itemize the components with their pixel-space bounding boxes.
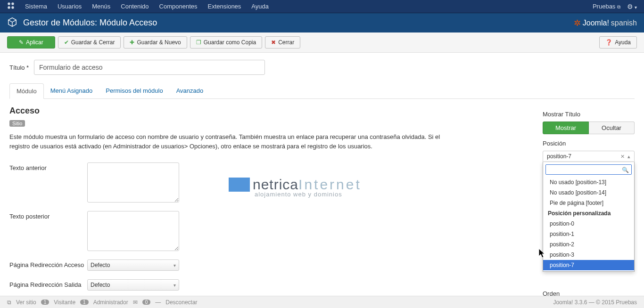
hide-button[interactable]: Ocultar [589, 122, 635, 134]
show-title-label: Mostrar Título [543, 111, 635, 118]
module-heading: Acceso [9, 106, 528, 116]
plus-icon: ✚ [130, 39, 134, 46]
clear-icon[interactable]: ✕ [620, 154, 625, 160]
help-button[interactable]: ❓Ayuda [599, 36, 637, 49]
copyright-text: — © 2015 Pruebas [589, 299, 637, 306]
position-option[interactable]: No usado [position-13] [543, 177, 634, 187]
position-dropdown: 🔍 No usado [position-13] No usado [posit… [543, 162, 635, 272]
envelope-icon: ✉ [133, 299, 138, 306]
visitors-label: Visitante [54, 299, 75, 306]
pretext-textarea[interactable] [87, 162, 179, 203]
show-title-toggle: Mostrar Ocultar [543, 122, 635, 134]
svg-point-2 [8, 6, 10, 8]
menu-sistema[interactable]: Sistema [25, 3, 47, 10]
site-badge: Sitio [9, 120, 25, 127]
external-icon: ⧉ [7, 299, 11, 306]
login-redirect-select[interactable]: Defecto [87, 259, 179, 271]
logout-redirect-label: Página Redirección Salida [9, 279, 87, 288]
search-icon: 🔍 [622, 167, 629, 173]
dash-icon: — [155, 299, 161, 306]
title-input[interactable] [34, 60, 265, 75]
save-new-button[interactable]: ✚Guardar & Nuevo [124, 36, 187, 49]
close-icon: ✖ [271, 39, 276, 46]
settings-menu[interactable] [627, 3, 637, 10]
position-option[interactable]: position-3 [543, 250, 634, 260]
title-label: Título * [9, 64, 29, 71]
main-right: Mostrar Título Mostrar Ocultar Posición … [543, 106, 635, 308]
tab-module[interactable]: Módulo [9, 83, 44, 99]
menu-componentes[interactable]: Componentes [159, 3, 198, 10]
title-row: Título * [9, 60, 635, 75]
position-option[interactable]: Pie de página [footer] [543, 198, 634, 208]
posttext-label: Texto posterior [9, 211, 87, 220]
topbar-right: Pruebas ⧉ [593, 3, 637, 10]
topbar-menus: Sistema Usuarios Menús Contenido Compone… [7, 2, 269, 11]
admins-label: Administrador [93, 299, 128, 306]
tab-permissions[interactable]: Permisos del módulo [99, 83, 169, 98]
msg-badge: 0 [142, 300, 151, 305]
position-option[interactable]: position-2 [543, 239, 634, 250]
page-title: Gestor de Módulos: Módulo Acceso [23, 18, 157, 28]
module-description: Este módulo muestra un formulario de acc… [9, 132, 462, 151]
position-current[interactable]: position-7 ✕▴ [543, 151, 635, 162]
help-icon: ❓ [605, 39, 612, 46]
check-icon: ✔ [64, 39, 69, 46]
svg-point-0 [8, 2, 10, 5]
position-option[interactable]: position-8 [543, 270, 634, 271]
svg-point-3 [11, 6, 14, 8]
logout-redirect-select[interactable]: Defecto [87, 279, 179, 291]
titlebar: Gestor de Módulos: Módulo Acceso ✲ Jooml… [0, 13, 644, 32]
apply-icon: ✎ [19, 39, 24, 46]
cube-icon [7, 17, 17, 29]
menu-menus[interactable]: Menús [92, 3, 110, 10]
svg-point-1 [11, 2, 14, 5]
topbar: Sistema Usuarios Menús Contenido Compone… [0, 0, 644, 13]
joomla-icon [7, 2, 15, 11]
menu-usuarios[interactable]: Usuarios [58, 3, 82, 10]
content: Título * Módulo Menú Asignado Permisos d… [0, 53, 644, 308]
apply-button[interactable]: ✎Aplicar [7, 36, 55, 49]
position-option[interactable]: position-1 [543, 229, 634, 239]
save-close-button[interactable]: ✔Guardar & Cerrar [58, 36, 121, 49]
position-option[interactable]: position-0 [543, 219, 634, 229]
admins-badge: 1 [80, 300, 89, 305]
visitors-badge: 1 [41, 300, 50, 305]
pretext-label: Texto anterior [9, 162, 87, 171]
logout-link[interactable]: Desconectar [165, 299, 197, 306]
position-group: Posición personalizada [543, 208, 634, 219]
login-redirect-label: Página Redirección Acceso [9, 259, 87, 268]
joomla-logo-icon: ✲ [574, 18, 581, 28]
position-select: position-7 ✕▴ 🔍 No usado [position-13] N… [543, 151, 635, 162]
footer: ⧉ Ver sitio 1 Visitante 1 Administrador … [0, 296, 644, 308]
menu-extensiones[interactable]: Extensiones [208, 3, 241, 10]
copy-icon: ❐ [196, 39, 201, 46]
position-label: Posición [543, 140, 635, 147]
close-button[interactable]: ✖Cerrar [265, 36, 300, 49]
chevron-up-icon[interactable]: ▴ [627, 154, 630, 160]
tabs: Módulo Menú Asignado Permisos del módulo… [9, 83, 635, 99]
position-search-input[interactable] [545, 164, 632, 175]
version-text: Joomla! 3.3.6 [553, 299, 587, 306]
show-button[interactable]: Mostrar [543, 122, 589, 134]
save-copy-button[interactable]: ❐Guardar como Copia [190, 36, 262, 49]
position-list[interactable]: No usado [position-13] No usado [positio… [543, 177, 634, 271]
external-icon: ⧉ [617, 4, 620, 9]
tab-menu-assignment[interactable]: Menú Asignado [44, 83, 99, 98]
posttext-textarea[interactable] [87, 211, 179, 251]
toolbar: ✎Aplicar ✔Guardar & Cerrar ✚Guardar & Nu… [0, 32, 644, 53]
menu-contenido[interactable]: Contenido [121, 3, 149, 10]
site-link[interactable]: Pruebas ⧉ [593, 3, 620, 10]
menu-ayuda[interactable]: Ayuda [251, 3, 269, 10]
position-option[interactable]: No usado [position-14] [543, 187, 634, 198]
view-site-link[interactable]: Ver sitio [16, 299, 36, 306]
position-option-selected[interactable]: position-7 [543, 260, 634, 270]
joomla-brand: ✲ Joomla!spanish [574, 18, 637, 28]
tab-advanced[interactable]: Avanzado [170, 83, 210, 98]
main-left: Acceso Sitio Este módulo muestra un form… [9, 106, 528, 308]
